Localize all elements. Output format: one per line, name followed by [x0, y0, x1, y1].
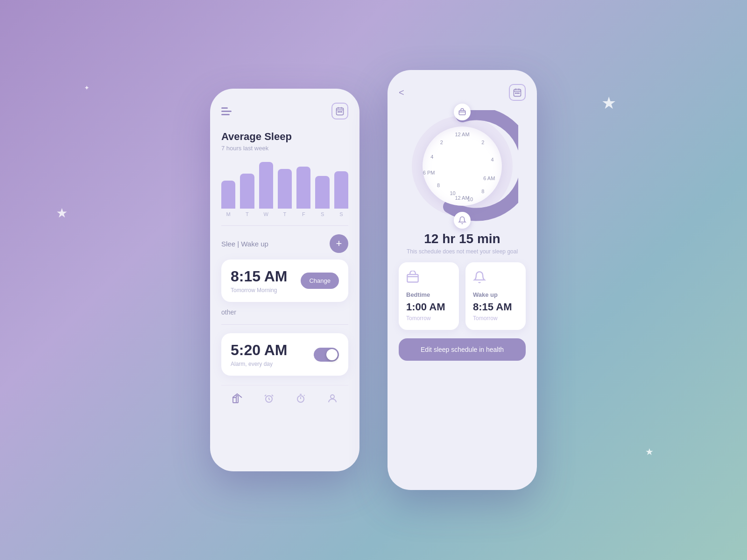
wakeup-dial-icon	[454, 212, 471, 229]
calendar-icon[interactable]	[331, 103, 348, 119]
bar-S2-label: S	[339, 211, 343, 217]
nav-stopwatch-icon[interactable]	[295, 393, 306, 407]
wakeup-day: Tomorrow	[473, 315, 518, 322]
section2-title: other	[221, 308, 348, 316]
bar-M: M	[221, 181, 235, 217]
menu-icon[interactable]	[221, 107, 232, 115]
wakeup-time: 8:15 AM	[473, 301, 518, 313]
bar-F: F	[296, 167, 310, 217]
back-button[interactable]: <	[399, 87, 404, 98]
duration-section: 12 hr 15 min This schedule does not meet…	[399, 231, 526, 255]
sleep-bar-chart: M T W T F S S	[221, 161, 348, 217]
right-phone: <	[388, 70, 537, 490]
bar-S1-label: S	[321, 211, 324, 217]
clock-num-8r: 8	[481, 189, 484, 194]
star-decoration-4: ★	[645, 446, 654, 457]
clock-numbers: 12 AM 2 4 6 AM 8 10 12 AM 10 8 6 PM 4 2	[423, 126, 502, 206]
bar-W-label: W	[264, 211, 268, 217]
change-alarm-button[interactable]: Change	[301, 273, 339, 289]
bar-W: W	[259, 162, 273, 217]
bar-M-label: M	[226, 211, 231, 217]
star-decoration-2: ★	[56, 205, 68, 221]
left-header	[221, 103, 348, 119]
svg-point-16	[515, 93, 516, 94]
clock-num-2: 2	[481, 140, 484, 145]
alarm-card-1: 8:15 AM Tomorrow Morning Change	[221, 259, 348, 302]
phones-container: Average Sleep 7 hours last week M T W T	[210, 70, 537, 490]
bar-T1: T	[240, 174, 254, 217]
sleep-cards-container: Bedtime 1:00 AM Tomorrow Wake up 8:15 AM…	[399, 262, 526, 330]
bar-F-fill	[296, 167, 310, 209]
nav-profile-icon[interactable]	[327, 393, 338, 407]
svg-point-18	[519, 93, 520, 94]
clock-num-6am: 6 AM	[483, 175, 495, 181]
clock-num-2l: 2	[440, 140, 443, 145]
nav-alarm-icon[interactable]	[263, 393, 275, 407]
bar-W-fill	[259, 162, 273, 209]
bar-T2-label: T	[283, 211, 287, 217]
svg-point-4	[338, 112, 339, 112]
alarm2-label: Alarm, every day	[231, 361, 288, 367]
duration-value: 12 hr 15 min	[399, 231, 526, 246]
add-alarm-button[interactable]: +	[330, 234, 348, 253]
svg-rect-7	[233, 398, 236, 403]
clock-num-8l: 8	[437, 182, 440, 188]
svg-point-11	[331, 395, 334, 399]
divider-1	[221, 225, 348, 226]
bar-T1-fill	[240, 174, 254, 209]
svg-rect-21	[459, 111, 465, 115]
section1-title: Slee | Wake up	[221, 240, 268, 248]
sleep-clock: 12 AM 2 4 6 AM 8 10 12 AM 10 8 6 PM 4 2	[399, 110, 526, 222]
svg-rect-22	[407, 274, 418, 282]
bedtime-day: Tomorrow	[406, 315, 451, 322]
bedtime-label: Bedtime	[406, 291, 451, 298]
right-calendar-icon[interactable]	[509, 84, 526, 101]
svg-point-17	[517, 93, 518, 94]
bedtime-card-icon	[406, 271, 451, 287]
bottom-nav	[221, 385, 348, 407]
alarm1-time: 8:15 AM	[231, 268, 288, 285]
bar-S2: S	[334, 171, 348, 217]
svg-rect-8	[236, 396, 238, 403]
nav-home-icon[interactable]	[232, 393, 243, 407]
clock-face: 12 AM 2 4 6 AM 8 10 12 AM 10 8 6 PM 4 2	[423, 126, 502, 206]
clock-num-12am: 12 AM	[455, 132, 469, 137]
wakeup-card-icon	[473, 271, 518, 287]
alarm2-info: 5:20 AM Alarm, every day	[231, 342, 288, 367]
alarm2-toggle[interactable]	[314, 348, 339, 362]
clock-num-4l: 4	[430, 154, 433, 160]
star-decoration-3: ★	[601, 93, 616, 113]
bar-T1-label: T	[246, 211, 249, 217]
clock-num-12am-b: 12 AM	[455, 195, 469, 201]
bar-F-label: F	[302, 211, 305, 217]
wakeup-card: Wake up 8:15 AM Tomorrow	[465, 262, 526, 330]
duration-subtitle: This schedule does not meet your sleep g…	[399, 248, 526, 255]
section1-header: Slee | Wake up +	[221, 234, 348, 253]
bar-S1-fill	[315, 176, 329, 209]
alarm2-time: 5:20 AM	[231, 342, 288, 359]
svg-point-6	[341, 112, 342, 112]
clock-num-4: 4	[491, 157, 494, 162]
bedtime-time: 1:00 AM	[406, 301, 451, 313]
bar-T2: T	[278, 169, 292, 217]
wakeup-label: Wake up	[473, 291, 518, 298]
left-phone: Average Sleep 7 hours last week M T W T	[210, 89, 359, 471]
divider-2	[221, 324, 348, 325]
bedtime-card: Bedtime 1:00 AM Tomorrow	[399, 262, 459, 330]
alarm1-label: Tomorrow Morning	[231, 287, 288, 294]
alarm1-info: 8:15 AM Tomorrow Morning	[231, 268, 288, 294]
alarm-card-2: 5:20 AM Alarm, every day	[221, 333, 348, 376]
clock-num-10l: 10	[450, 190, 455, 196]
star-decoration-1: ✦	[84, 84, 90, 91]
clock-outer-ring: 12 AM 2 4 6 AM 8 10 12 AM 10 8 6 PM 4 2	[406, 110, 518, 222]
avg-sleep-subtitle: 7 hours last week	[221, 145, 348, 152]
right-header: <	[399, 84, 526, 101]
bar-S2-fill	[334, 171, 348, 209]
svg-point-5	[339, 112, 340, 112]
avg-sleep-title: Average Sleep	[221, 131, 348, 143]
bedtime-dial-icon	[454, 104, 471, 120]
bar-T2-fill	[278, 169, 292, 209]
bar-M-fill	[221, 181, 235, 209]
edit-schedule-button[interactable]: Edit sleep schedule in health	[399, 338, 526, 361]
bar-S1: S	[315, 176, 329, 217]
